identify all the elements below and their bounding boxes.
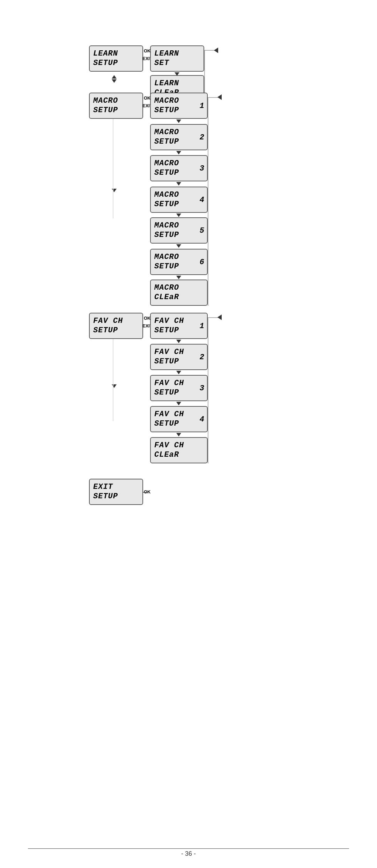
favch-3-box: FAV CH SETUP 3 bbox=[150, 375, 208, 401]
macro-3-arrow-down bbox=[176, 182, 181, 186]
learn-setup-box: LEARN SETUP bbox=[89, 45, 143, 72]
macro-4-line2: SETUP bbox=[154, 200, 204, 209]
favch-2-arrow-down bbox=[176, 371, 181, 374]
favch-2-line2: SETUP bbox=[154, 357, 204, 366]
favch-2-num: 2 bbox=[200, 353, 204, 361]
exit-setup-line2: SETUP bbox=[93, 492, 139, 501]
macro-6-num: 6 bbox=[200, 258, 204, 266]
macro-6-arrow-down bbox=[176, 276, 181, 279]
exit-setup-box: EXIT SETUP bbox=[89, 479, 143, 505]
favch-4-line1: FAV CH bbox=[154, 410, 204, 419]
learn-setup-line1: LEARN bbox=[93, 49, 139, 58]
macro-1-arrow-down bbox=[176, 120, 181, 123]
macro-5-num: 5 bbox=[200, 226, 204, 235]
favch-1-box: FAV CH SETUP 1 bbox=[150, 313, 208, 339]
favch-ok-label: OK bbox=[144, 316, 151, 321]
macro-5-line2: SETUP bbox=[154, 231, 204, 240]
macro-vline-left bbox=[113, 119, 113, 218]
page-number: - 36 - bbox=[0, 850, 377, 858]
macro-6-line2: SETUP bbox=[154, 262, 204, 271]
favch-1-line2: SETUP bbox=[154, 326, 204, 335]
favch-clear-line2: CLEaR bbox=[154, 450, 204, 460]
favch-clear-box: FAV CH CLEaR bbox=[150, 437, 208, 463]
macro-5-box: MACRO SETUP 5 bbox=[150, 217, 208, 244]
favch-hline-top bbox=[208, 317, 218, 318]
macro-hline-top bbox=[208, 97, 218, 98]
macro-2-line2: SETUP bbox=[154, 137, 204, 146]
macro-setup-line1: MACRO bbox=[93, 96, 139, 106]
favch-setup-box: FAV CH SETUP bbox=[89, 313, 143, 339]
macro-4-box: MACRO SETUP 4 bbox=[150, 187, 208, 213]
learn-set-line1: LEARN bbox=[154, 49, 200, 58]
macro-4-line1: MACRO bbox=[154, 190, 204, 200]
learn-set-box: LEARN SET bbox=[150, 45, 204, 72]
favch-2-box: FAV CH SETUP 2 bbox=[150, 344, 208, 370]
favch-4-line2: SETUP bbox=[154, 419, 204, 428]
favch-vline-left bbox=[113, 339, 113, 421]
macro-2-line1: MACRO bbox=[154, 128, 204, 137]
macro-4-num: 4 bbox=[200, 195, 204, 204]
favch-4-arrow-down bbox=[176, 433, 181, 436]
learn-hline-top bbox=[204, 50, 215, 51]
page-separator-line bbox=[28, 848, 349, 849]
page-content: LEARN SETUP OK EXIT LEARN SET LEARN CLEa… bbox=[0, 0, 377, 868]
favch-2-line1: FAV CH bbox=[154, 348, 204, 357]
macro-4-arrow-down bbox=[176, 214, 181, 217]
macro-arrow-left bbox=[217, 94, 222, 100]
learn-arrow-down2 bbox=[112, 79, 117, 83]
macro-6-line1: MACRO bbox=[154, 253, 204, 262]
macro-3-num: 3 bbox=[200, 164, 204, 173]
favch-1-line1: FAV CH bbox=[154, 317, 204, 326]
macro-clear-line1: MACRO bbox=[154, 283, 204, 292]
macro-clear-line2: CLEaR bbox=[154, 293, 204, 302]
macro-vline-right bbox=[208, 97, 208, 306]
macro-1-box: MACRO SETUP 1 bbox=[150, 93, 208, 119]
macro-3-line1: MACRO bbox=[154, 159, 204, 168]
macro-1-line2: SETUP bbox=[154, 106, 204, 115]
macro-3-line2: SETUP bbox=[154, 168, 204, 178]
favch-4-box: FAV CH SETUP 4 bbox=[150, 406, 208, 432]
macro-setup-box: MACRO SETUP bbox=[89, 93, 143, 119]
favch-3-arrow-down bbox=[176, 402, 181, 405]
macro-2-num: 2 bbox=[200, 133, 204, 142]
favch-clear-line1: FAV CH bbox=[154, 441, 204, 450]
favch-3-num: 3 bbox=[200, 384, 204, 392]
learn-set-line2: SET bbox=[154, 59, 200, 68]
learn-arrow-down bbox=[175, 72, 179, 76]
macro-3-box: MACRO SETUP 3 bbox=[150, 155, 208, 181]
favch-3-line2: SETUP bbox=[154, 388, 204, 397]
macro-setup-line2: SETUP bbox=[93, 106, 139, 115]
macro-5-arrow-down bbox=[176, 244, 181, 248]
favch-1-num: 1 bbox=[200, 321, 204, 330]
macro-6-box: MACRO SETUP 6 bbox=[150, 249, 208, 275]
favch-vline-right bbox=[208, 317, 208, 463]
favch-4-num: 4 bbox=[200, 415, 204, 424]
macro-5-line1: MACRO bbox=[154, 221, 204, 230]
favch-arrow-left bbox=[217, 314, 222, 320]
learn-setup-line2: SETUP bbox=[93, 59, 139, 68]
favch-setup-line1: FAV CH bbox=[93, 317, 139, 326]
learn-clear-line1: LEARN bbox=[154, 79, 200, 88]
exit-setup-line1: EXIT bbox=[93, 483, 139, 492]
macro-2-box: MACRO SETUP 2 bbox=[150, 124, 208, 150]
macro-1-line1: MACRO bbox=[154, 96, 204, 106]
macro-1-num: 1 bbox=[200, 101, 204, 110]
learn-arrow-up bbox=[112, 75, 117, 79]
learn-arrow-left bbox=[214, 48, 218, 53]
learn-ud-arrows bbox=[112, 75, 117, 83]
macro-2-arrow-down bbox=[176, 151, 181, 154]
favch-setup-line2: SETUP bbox=[93, 326, 139, 335]
exit-hline bbox=[143, 492, 148, 493]
macro-clear-box: MACRO CLEaR bbox=[150, 280, 208, 306]
favch-3-line1: FAV CH bbox=[154, 379, 204, 388]
macro-ok-label: OK bbox=[144, 95, 151, 101]
learn-ok-label: OK bbox=[144, 48, 151, 53]
favch-1-arrow-down bbox=[176, 340, 181, 343]
